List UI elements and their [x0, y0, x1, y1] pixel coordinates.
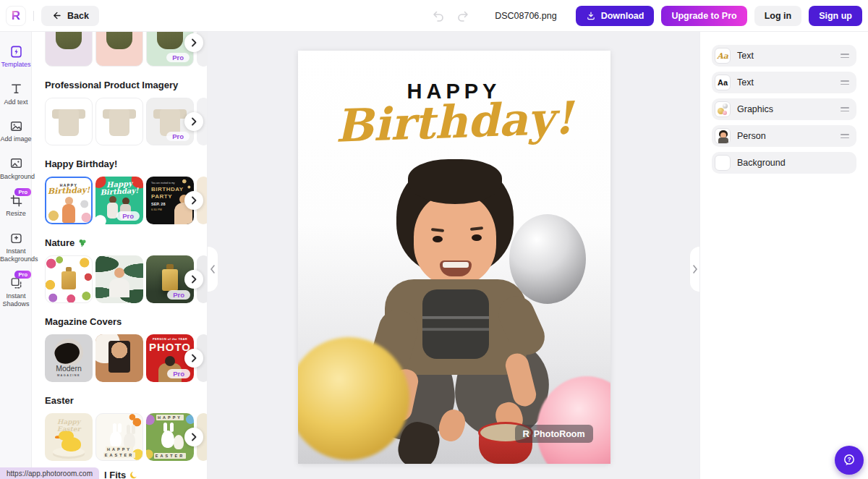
template-section-happy-birthday-: Happy Birthday!HAPPYBirthday!HappyBirthd…	[45, 158, 207, 224]
template-thumb-bday-card[interactable]: HAPPYBirthday!	[45, 177, 93, 224]
top-toolbar: R Back DSC08706.png Download Upgrade to …	[0, 0, 868, 32]
watermark-logo-glyph: R	[522, 428, 529, 439]
editor-workspace: HAPPY Birthday! R PhotoRoom	[208, 32, 699, 479]
upgrade-to-pro-button[interactable]: Upgrade to Pro	[661, 6, 746, 26]
sidebar-item-templates[interactable]: Templates	[0, 38, 32, 75]
section-title-label: Professional Product Imagery	[45, 80, 178, 90]
template-row: Happy EasterHAPPYEASTERHAPPYEASTER	[45, 413, 208, 461]
template-thumb-tshirt-b[interactable]	[95, 98, 143, 145]
scroll-templates-right-button[interactable]	[184, 191, 203, 210]
template-row: Pro	[45, 98, 208, 145]
layer-row-background-4[interactable]: Background	[712, 152, 856, 174]
drag-handle-icon[interactable]	[841, 77, 849, 88]
scroll-templates-right-button[interactable]	[184, 428, 203, 446]
template-thumb-palm[interactable]	[95, 255, 143, 303]
sidebar-item-label: Add text	[4, 98, 27, 106]
browser-status-url-tooltip: https://app.photoroom.com	[0, 467, 99, 479]
sidebar-item-instant-backgrounds[interactable]: Instant Backgrounds	[0, 224, 32, 269]
thumb-text: MAGAZINE	[45, 374, 93, 377]
person-shirt	[422, 289, 489, 359]
template-thumb-mag-modern[interactable]: ModernMAGAZINE	[45, 334, 93, 382]
layer-label: Graphics	[737, 104, 773, 114]
sidebar-item-add-text[interactable]: Add text	[0, 75, 32, 113]
thumb-text: EASTER	[96, 453, 142, 457]
section-title: Happy Birthday!	[45, 158, 207, 169]
add-text-icon	[9, 82, 23, 96]
thumb-text: EASTER	[146, 454, 194, 458]
pro-badge: Pro	[166, 132, 190, 141]
graphics-icon	[715, 101, 731, 117]
scroll-templates-right-button[interactable]	[184, 33, 203, 52]
layer-row-graphics-2[interactable]: Graphics	[712, 98, 856, 120]
collapse-left-panel-handle[interactable]	[208, 246, 218, 292]
thumb-text: Birthday!	[95, 186, 143, 196]
template-thumb-tshirt-a[interactable]	[45, 98, 93, 145]
sidebar-item-add-image[interactable]: Add image	[0, 112, 32, 150]
drag-handle-icon[interactable]	[841, 51, 849, 61]
template-thumb-bag-lavender[interactable]	[45, 32, 93, 67]
sidebar-item-label: Add image	[0, 135, 31, 143]
back-button[interactable]: Back	[41, 6, 99, 26]
section-title: Professional Product Imagery	[45, 80, 207, 90]
person-bangs	[408, 159, 502, 204]
layer-label: Text	[737, 51, 754, 61]
template-thumb-bag-pink[interactable]	[95, 32, 143, 67]
sidebar-item-resize[interactable]: ProResize	[0, 187, 32, 224]
help-chat-button[interactable]: ?	[835, 446, 864, 475]
template-thumb-bday-green[interactable]: HappyBirthday!Pro	[95, 177, 143, 224]
photoroom-watermark[interactable]: R PhotoRoom	[515, 425, 593, 443]
help-question-icon: ?	[842, 453, 856, 467]
pro-badge: Pro	[14, 188, 31, 196]
background-icon	[715, 155, 731, 171]
template-thumb-flowers[interactable]	[45, 255, 93, 303]
template-section-easter: EasterHappy EasterHAPPYEASTERHAPPYEASTER	[45, 395, 207, 461]
tools-sidebar: TemplatesAdd textAdd imageBackgroundProR…	[0, 32, 32, 479]
layer-row-text-1[interactable]: AaText	[712, 72, 856, 93]
document-filename[interactable]: DSC08706.png	[495, 11, 556, 21]
back-arrow-icon	[51, 10, 62, 21]
section-title-label: Magazine Covers	[45, 316, 122, 327]
layers-list: AaTextAaTextGraphicsPersonBackground	[700, 45, 868, 174]
clover-leaf-icon	[78, 239, 87, 247]
thumb-text: PARTY	[151, 193, 172, 200]
pro-badge: Pro	[167, 290, 190, 300]
drag-handle-icon[interactable]	[841, 104, 849, 114]
person-icon	[715, 128, 731, 144]
layer-row-person-3[interactable]: Person	[712, 125, 856, 147]
upgrade-label: Upgrade to Pro	[671, 11, 736, 21]
template-section-nature: NaturePro	[45, 237, 207, 303]
scroll-templates-right-button[interactable]	[184, 270, 203, 289]
photoroom-logo-glyph: R	[12, 9, 20, 23]
sidebar-item-background[interactable]: Background	[0, 150, 32, 187]
thumb-text: Happy Easter	[45, 418, 93, 433]
sidebar-item-instant-shadows[interactable]: ProInstant Shadows	[0, 269, 32, 314]
pro-badge: Pro	[14, 271, 31, 279]
undo-icon[interactable]	[431, 9, 446, 23]
login-button[interactable]: Log in	[754, 6, 802, 26]
design-canvas-background-layer[interactable]: HAPPY Birthday! R PhotoRoom	[298, 51, 610, 464]
redo-icon[interactable]	[456, 9, 470, 23]
sidebar-item-label: Resize	[6, 210, 26, 218]
scroll-templates-right-button[interactable]	[184, 112, 203, 131]
collapse-right-panel-handle[interactable]	[689, 246, 700, 292]
template-row: ModernMAGAZINEPERSON of the YEARPHOTOPro	[45, 334, 208, 382]
sidebar-item-label: Instant Shadows	[0, 292, 32, 308]
bold-text-icon: Aa	[715, 75, 731, 90]
layers-panel: AaTextAaTextGraphicsPersonBackground ?	[699, 32, 868, 479]
drag-handle-icon[interactable]	[841, 131, 849, 141]
download-button[interactable]: Download	[576, 6, 655, 26]
template-section-top: Pro	[45, 32, 207, 67]
back-label: Back	[67, 11, 89, 21]
template-row: HAPPYBirthday!HappyBirthday!ProYou are i…	[45, 177, 208, 224]
template-thumb-mag-tan[interactable]	[95, 334, 143, 382]
layer-row-text-0[interactable]: AaText	[712, 45, 856, 67]
template-thumb-easter-duck[interactable]: Happy Easter	[45, 413, 93, 461]
section-title: Magazine Covers	[45, 316, 207, 327]
template-thumb-easter-bunnies[interactable]: HAPPYEASTER	[95, 413, 143, 461]
signup-button[interactable]: Sign up	[809, 6, 862, 26]
scroll-templates-right-button[interactable]	[184, 349, 203, 368]
partial-section-title: l Fits	[104, 470, 138, 479]
download-label: Download	[601, 11, 644, 21]
download-icon	[586, 11, 596, 21]
photoroom-logo[interactable]: R	[6, 6, 26, 26]
